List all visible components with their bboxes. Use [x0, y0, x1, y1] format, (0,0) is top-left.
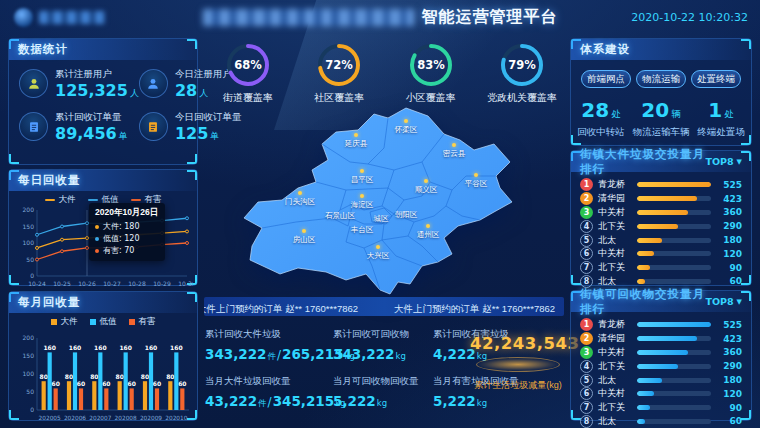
- top8-dropdown[interactable]: TOP8▼: [705, 296, 742, 307]
- panel-monthly-recycling: 每月回收量 大件 低值 有害 0501001502002020058016060…: [8, 291, 198, 421]
- svg-text:202008: 202008: [115, 415, 137, 421]
- tab-logistics[interactable]: 物流运输: [636, 70, 686, 88]
- rank-bar-track: [637, 391, 711, 396]
- ticker-item: 大件上门预约的订单 赵** 1760***7862: [204, 303, 358, 314]
- order-ticker: 大件上门预约的订单 赵** 1760***7862大件上门预约的订单 赵** 1…: [204, 297, 564, 316]
- page-title: 智能运营管理平台: [422, 7, 558, 28]
- tooltip-row: 低值: 120: [95, 233, 159, 245]
- ticker-item: 大件上门预约的订单 赵** 1760***7862: [394, 303, 555, 314]
- legend-item[interactable]: 大件: [51, 316, 78, 328]
- bottom-stats: 累计回收大件垃圾 343,222件/265,215kg 累计回收可回收物 343…: [205, 328, 471, 420]
- district-label[interactable]: 通州区: [417, 230, 440, 240]
- dashboard: 智能运营管理平台 2020-10-22 10:20:32 数据统计 累计注册用户…: [0, 0, 760, 428]
- district-label[interactable]: 顺义区: [415, 185, 438, 195]
- system-item: 28处 回收中转站: [571, 98, 631, 139]
- svg-text:202009: 202009: [140, 415, 162, 421]
- district-label[interactable]: 怀柔区: [395, 125, 418, 135]
- gauge-label: 小区覆盖率: [406, 91, 456, 105]
- district-name: 青龙桥: [598, 318, 634, 331]
- gauge-label: 街道覆盖率: [223, 91, 273, 105]
- rank-value: 60: [717, 416, 742, 426]
- ranking-row: 1 青龙桥 525: [580, 318, 742, 332]
- district-label[interactable]: 密云县: [443, 149, 466, 159]
- rank-bar-track: [637, 251, 711, 256]
- svg-text:80: 80: [115, 373, 123, 380]
- svg-text:160: 160: [119, 344, 132, 351]
- gauge-ring: 83%: [408, 42, 454, 88]
- panel-title: 每月回收量: [18, 295, 81, 310]
- rank-value: 180: [717, 235, 742, 245]
- rank-value: 360: [717, 207, 742, 217]
- district-label[interactable]: 平谷区: [465, 179, 488, 189]
- bottom-stat-value: 343,222件/265,215kg: [205, 344, 325, 363]
- district-label[interactable]: 延庆县: [345, 139, 368, 149]
- rank-value: 290: [717, 361, 742, 371]
- daily-chart-wrap: 大件 低值 有害 05010015020010-2410-2510-2610-2…: [9, 191, 197, 292]
- district-label[interactable]: 朝阳区: [395, 210, 418, 220]
- bottom-stat-item: 当月大件垃圾回收量 43,222件/345,215kg: [205, 375, 325, 420]
- stat-value: 125单: [175, 126, 242, 142]
- panel-header: 街镇可回收物交投量月排行 TOP8▼: [571, 291, 751, 312]
- panel-data-stats: 数据统计 累计注册用户 125,325人 今日注册用户 28人: [8, 38, 198, 165]
- rank-badge: 2: [580, 192, 593, 205]
- rank-value: 423: [717, 194, 742, 204]
- ranking-row: 3 中关村 360: [580, 346, 742, 360]
- stat-value: 89,456单: [55, 126, 128, 142]
- district-label[interactable]: 昌平区: [351, 175, 374, 185]
- svg-text:80: 80: [166, 373, 174, 380]
- district-label[interactable]: 城区: [374, 214, 389, 224]
- rank-bar-fill: [637, 378, 662, 383]
- top8-dropdown[interactable]: TOP8▼: [705, 156, 742, 167]
- svg-text:160: 160: [94, 344, 107, 351]
- rank-bar-fill: [637, 196, 697, 201]
- rank-bar-fill: [637, 265, 650, 270]
- header: 智能运营管理平台 2020-10-22 10:20:32: [0, 0, 760, 36]
- rank-badge: 1: [580, 318, 593, 331]
- ranking-row: 3 中关村 360: [580, 206, 742, 220]
- rank-value: 290: [717, 221, 742, 231]
- district-label[interactable]: 房山区: [293, 235, 316, 245]
- tooltip-row: 大件: 180: [95, 221, 159, 233]
- rank-value: 120: [717, 389, 742, 399]
- rank-bar-fill: [637, 336, 697, 341]
- legend-item[interactable]: 大件: [45, 194, 76, 206]
- legend-item[interactable]: 低值: [90, 316, 117, 328]
- rank-value: 60: [717, 276, 742, 286]
- tab-front-end-outlets[interactable]: 前端网点: [581, 70, 631, 88]
- panel-title: 体系建设: [580, 42, 630, 57]
- rank-bar-track: [637, 238, 711, 243]
- district-label[interactable]: 石景山区: [325, 211, 355, 221]
- rank-bar-track: [637, 224, 711, 229]
- district-label[interactable]: 丰台区: [351, 225, 374, 235]
- svg-text:60: 60: [77, 380, 85, 387]
- ranking-row: 5 北太 180: [580, 233, 742, 247]
- svg-text:10-28: 10-28: [128, 280, 146, 287]
- rank-badge: 3: [580, 206, 593, 219]
- svg-text:10-30: 10-30: [178, 280, 193, 287]
- rank-bar-track: [637, 322, 711, 327]
- svg-text:60: 60: [178, 380, 186, 387]
- rank-bar-fill: [637, 238, 662, 243]
- district-label[interactable]: 海淀区: [351, 200, 374, 210]
- district-name: 北下关: [598, 401, 634, 414]
- panel-header: 每月回收量: [9, 292, 197, 313]
- rank-bar-fill: [637, 405, 650, 410]
- svg-text:60: 60: [127, 380, 135, 387]
- rank-bar-fill: [637, 322, 711, 327]
- legend-item[interactable]: 有害: [129, 316, 156, 328]
- tab-disposal-terminal[interactable]: 处置终端: [691, 70, 741, 88]
- system-tabs: 前端网点 物流运输 处置终端: [571, 60, 751, 88]
- system-label: 回收中转站: [571, 126, 631, 139]
- svg-text:80: 80: [90, 373, 98, 380]
- ranking-row: 5 北太 180: [580, 373, 742, 387]
- panel-daily-recycling: 每日回收量 大件 低值 有害 05010015020010-2410-2510-…: [8, 169, 198, 286]
- rank-bar-track: [637, 182, 711, 187]
- stat-label: 累计回收订单量: [55, 111, 128, 124]
- rank-bar-fill: [637, 350, 688, 355]
- ranking-row: 2 清华园 423: [580, 332, 742, 346]
- svg-text:0: 0: [30, 406, 34, 413]
- district-label[interactable]: 门头沟区: [285, 197, 315, 207]
- ranking-row: 4 北下关 290: [580, 219, 742, 233]
- district-name: 中关村: [598, 206, 634, 219]
- district-label[interactable]: 大兴区: [367, 251, 390, 261]
